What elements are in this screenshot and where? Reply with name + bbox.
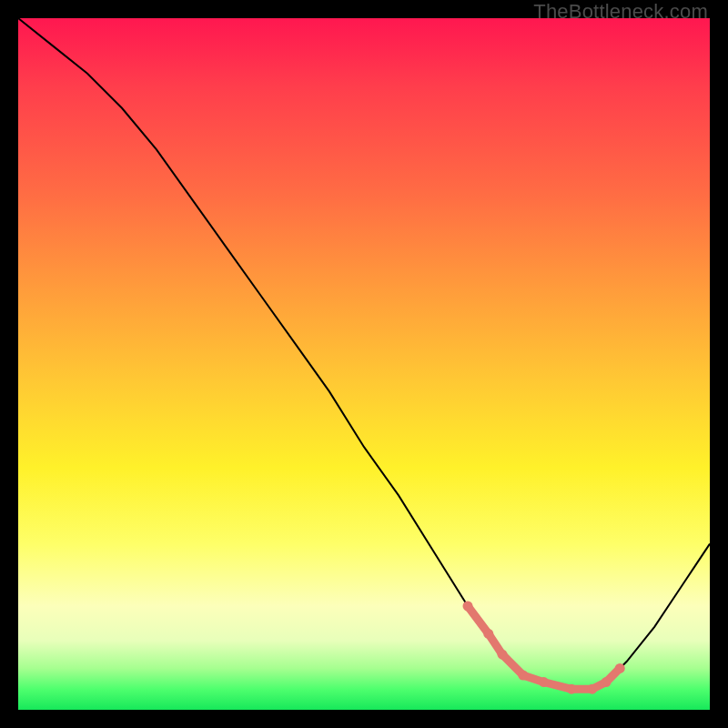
highlight-segment bbox=[545, 682, 570, 689]
highlight-segment bbox=[503, 656, 521, 674]
highlight-segment bbox=[469, 608, 487, 632]
watermark-label: TheBottleneck.com bbox=[533, 0, 708, 24]
chart-svg bbox=[18, 18, 710, 710]
bottleneck-curve bbox=[18, 18, 710, 689]
chart-plot-area bbox=[18, 18, 710, 710]
highlight-dot bbox=[615, 663, 625, 673]
